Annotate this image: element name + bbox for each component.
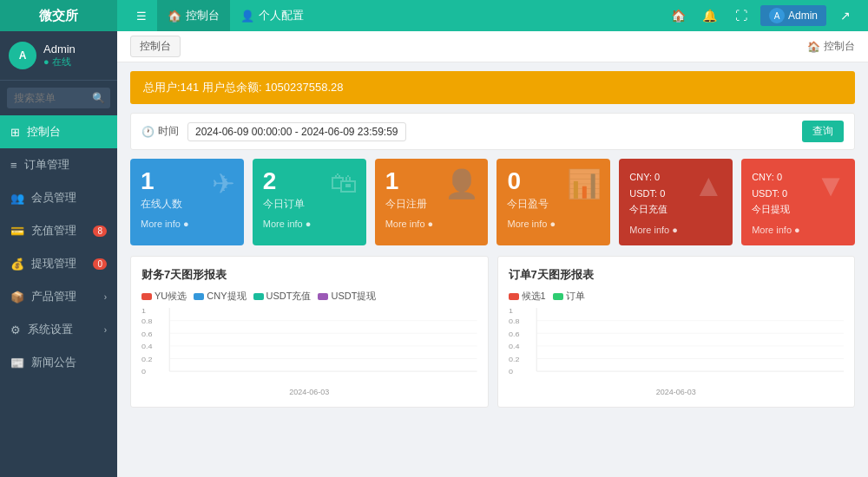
- home-breadcrumb-icon: 🏠: [807, 41, 820, 53]
- chevron-right-icon-2: ›: [104, 325, 107, 335]
- svg-text:1: 1: [141, 308, 146, 314]
- app-logo: 微交所: [0, 0, 117, 31]
- sidebar-item-settings[interactable]: ⚙ 系统设置 ›: [0, 313, 117, 346]
- dashboard-icon: ⊞: [10, 126, 20, 139]
- breadcrumb-left: 控制台: [130, 36, 181, 57]
- search-icon: 🔍: [92, 92, 105, 104]
- share-icon[interactable]: ↗: [833, 3, 858, 28]
- tab-pill-dashboard[interactable]: 控制台: [130, 36, 181, 57]
- nav-menu-toggle[interactable]: ☰: [126, 0, 157, 31]
- down-arrow-icon: ▼: [815, 167, 846, 204]
- sidebar-item-recharge[interactable]: 💳 充值管理 8: [0, 214, 117, 247]
- svg-text:0.6: 0.6: [509, 330, 520, 337]
- breadcrumb: 🏠 控制台: [807, 39, 855, 54]
- clock-icon: 🕐: [141, 126, 155, 138]
- plane-icon: ✈: [212, 167, 235, 200]
- sidebar-user: A Admin ● 在线: [0, 31, 117, 81]
- settings-icon: ⚙: [10, 323, 21, 337]
- order-legend-item-2: 订单: [553, 290, 585, 303]
- svg-text:0.2: 0.2: [509, 355, 520, 363]
- finance-chart-title: 财务7天图形报表: [141, 267, 477, 283]
- nav-item-dashboard[interactable]: 🏠 控制台: [157, 0, 230, 31]
- finance-chart-svg: 0 0.2 0.4 0.6 0.8 1: [141, 308, 477, 386]
- order-chart-area: 0 0.2 0.4 0.6 0.8 1: [509, 308, 845, 386]
- stat-card-withdraw: CNY: 0 USDT: 0 今日提现 More info ● ▼: [741, 159, 855, 245]
- nav-item-profile[interactable]: 👤 个人配置: [230, 0, 314, 31]
- finance-chart-legend: YU候选 CNY提现 USDT充值 USDT提现: [141, 290, 477, 303]
- order-legend-item-1: 候选1: [509, 290, 546, 303]
- bell-icon[interactable]: 🔔: [698, 3, 722, 28]
- svg-text:0.6: 0.6: [141, 330, 153, 337]
- home-nav-icon[interactable]: 🏠: [667, 3, 691, 28]
- order-legend-dot-1: [509, 293, 519, 300]
- order-chart-card: 订单7天图形报表 候选1 订单: [497, 256, 856, 408]
- legend-item-1: YU候选: [141, 290, 187, 303]
- legend-dot-4: [318, 293, 328, 300]
- home-icon: 🏠: [168, 10, 181, 23]
- more-info-orders[interactable]: More info ●: [263, 219, 356, 229]
- filter-row: 🕐 时间 2024-06-09 00:00:00 - 2024-06-09 23…: [130, 113, 855, 150]
- order-legend-dot-2: [553, 293, 563, 300]
- nav-right: 🏠 🔔 ⛶ A Admin ↗: [667, 3, 868, 28]
- stat-card-profit: 0 今日盈号 More info ● 📊: [496, 159, 610, 245]
- more-info-register[interactable]: More info ●: [385, 219, 478, 229]
- time-label: 🕐 时间: [141, 124, 179, 139]
- date-range-display: 2024-06-09 00:00:00 - 2024-06-09 23:59:5…: [187, 122, 406, 141]
- legend-dot-1: [141, 293, 152, 300]
- legend-dot-2: [194, 293, 204, 300]
- legend-item-4: USDT提现: [318, 290, 376, 303]
- sidebar-search-container: 🔍: [0, 81, 117, 115]
- more-info-withdraw[interactable]: More info ●: [752, 225, 845, 235]
- sidebar-item-orders[interactable]: ≡ 订单管理: [0, 148, 117, 181]
- recharge-badge: 8: [93, 225, 107, 237]
- finance-chart-card: 财务7天图形报表 YU候选 CNY提现 USDT充值: [130, 256, 489, 408]
- stat-card-online: 1 在线人数 More info ● ✈: [130, 159, 244, 245]
- content-topbar: 控制台 🏠 控制台: [117, 31, 868, 62]
- legend-item-3: USDT充值: [253, 290, 312, 303]
- svg-text:0: 0: [509, 368, 513, 376]
- svg-text:0.8: 0.8: [141, 317, 153, 325]
- order-chart-title: 订单7天图形报表: [509, 267, 845, 283]
- stat-card-orders: 2 今日订单 More info ● 🛍: [253, 159, 366, 245]
- avatar-icon: A: [769, 8, 785, 23]
- query-button[interactable]: 查询: [802, 121, 844, 142]
- svg-text:0.4: 0.4: [509, 343, 520, 350]
- user-icon: 👤: [240, 10, 254, 23]
- more-info-online[interactable]: More info ●: [141, 219, 233, 229]
- top-navbar: 微交所 ☰ 🏠 控制台 👤 个人配置 🏠 🔔 ⛶ A Admin ↗: [0, 0, 868, 31]
- recharge-icon: 💳: [10, 225, 24, 238]
- news-icon: 📰: [10, 356, 24, 369]
- svg-text:0: 0: [141, 368, 146, 376]
- order-icon: ≡: [10, 159, 17, 172]
- sidebar: A Admin ● 在线 🔍 ⊞ 控制台 ≡ 订单管理 👥 会员管理 💳 充值管…: [0, 31, 117, 477]
- legend-item-2: CNY提现: [194, 290, 246, 303]
- content-body: 总用户:141 用户总余额: 1050237558.28 🕐 时间 2024-0…: [117, 62, 868, 416]
- withdraw-icon: 💰: [10, 258, 24, 271]
- order-chart-svg: 0 0.2 0.4 0.6 0.8 1: [509, 308, 845, 386]
- member-icon: 👥: [10, 192, 24, 205]
- more-info-profit[interactable]: More info ●: [507, 219, 600, 229]
- sidebar-item-members[interactable]: 👥 会员管理: [0, 181, 117, 214]
- expand-icon[interactable]: ⛶: [729, 3, 753, 28]
- sidebar-item-withdraw[interactable]: 💰 提现管理 0: [0, 247, 117, 280]
- menu-icon: ☰: [136, 10, 147, 23]
- alert-banner: 总用户:141 用户总余额: 1050237558.28: [130, 71, 855, 104]
- nav-items: ☰ 🏠 控制台 👤 个人配置: [117, 0, 667, 31]
- chevron-right-icon: ›: [104, 292, 107, 302]
- sidebar-item-products[interactable]: 📦 产品管理 ›: [0, 280, 117, 313]
- stats-grid: 1 在线人数 More info ● ✈ 2 今日订单 More info ● …: [130, 159, 855, 245]
- sidebar-item-news[interactable]: 📰 新闻公告: [0, 346, 117, 379]
- user-info: Admin ● 在线: [43, 42, 76, 69]
- chart-bar-icon: 📊: [567, 167, 602, 200]
- person-add-icon: 👤: [444, 167, 479, 200]
- admin-button[interactable]: A Admin: [760, 5, 826, 26]
- bag-icon: 🛍: [330, 167, 358, 199]
- svg-text:0.4: 0.4: [141, 343, 153, 350]
- stat-card-recharge: CNY: 0 USDT: 0 今日充值 More info ● ▲: [619, 159, 733, 245]
- sidebar-item-dashboard[interactable]: ⊞ 控制台: [0, 115, 117, 148]
- up-arrow-icon: ▲: [694, 167, 725, 204]
- more-info-recharge[interactable]: More info ●: [629, 225, 722, 235]
- order-chart-x-label: 2024-06-03: [509, 388, 845, 396]
- main-layout: A Admin ● 在线 🔍 ⊞ 控制台 ≡ 订单管理 👥 会员管理 💳 充值管…: [0, 31, 868, 477]
- stat-card-register: 1 今日注册 More info ● 👤: [375, 159, 489, 245]
